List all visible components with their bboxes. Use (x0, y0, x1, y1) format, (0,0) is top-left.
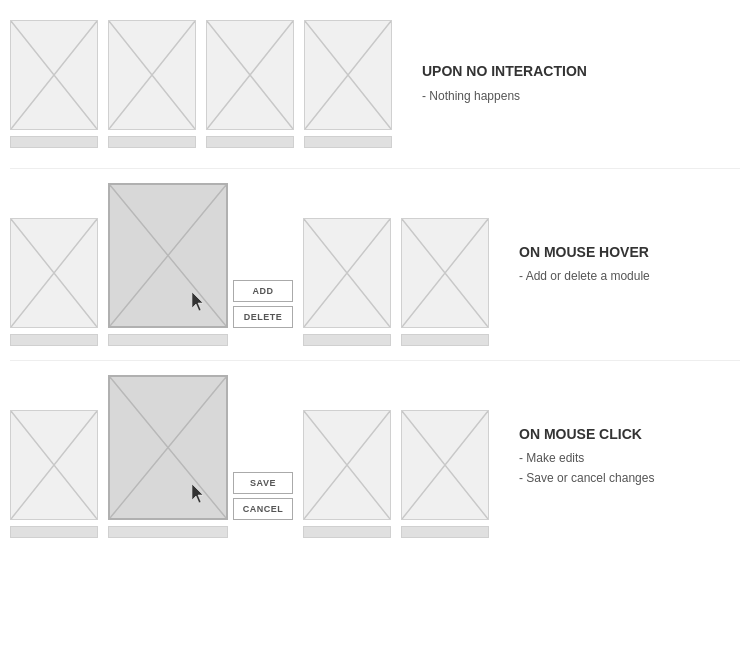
module-3 (303, 410, 391, 538)
module-4 (304, 20, 392, 148)
module-4 (401, 218, 489, 346)
module-card (401, 410, 489, 520)
modules-no-interaction (10, 20, 392, 148)
hover-action-buttons: ADD DELETE (233, 280, 293, 346)
module-card (108, 20, 196, 130)
section-mouse-hover: ADD DELETE ON MOUSE HOVER - Add or delet… (0, 169, 750, 360)
click-action-buttons: SAVE CANCEL (233, 472, 293, 538)
highlighted-module-click: SAVE CANCEL (108, 375, 293, 538)
module-card (10, 410, 98, 520)
module-bar (303, 526, 391, 538)
module-bar (401, 526, 489, 538)
highlighted-module-with-buttons: SAVE CANCEL (108, 375, 293, 538)
svg-marker-12 (192, 292, 203, 311)
module-card (10, 20, 98, 130)
module-bar-highlighted (108, 334, 228, 346)
module-bar (401, 334, 489, 346)
module-card (304, 20, 392, 130)
module-card (10, 218, 98, 328)
module-bar (10, 526, 98, 538)
module-card (303, 410, 391, 520)
module-3 (303, 218, 391, 346)
highlighted-card-wrapper (108, 375, 228, 538)
description-no-interaction: UPON NO INTERACTION - Nothing happens (422, 62, 740, 105)
modules-hover: ADD DELETE (10, 183, 489, 346)
section-mouse-click: SAVE CANCEL ON MOUSE CLICK - Make edits … (0, 361, 750, 552)
module-bar (10, 136, 98, 148)
description-mouse-hover: ON MOUSE HOVER - Add or delete a module (519, 243, 740, 286)
desc-item-2: - Save or cancel changes (519, 469, 740, 488)
module-card-highlighted (108, 375, 228, 520)
section-title: ON MOUSE CLICK (519, 425, 740, 443)
desc-item-1: - Nothing happens (422, 87, 740, 106)
module-bar (304, 136, 392, 148)
module-1 (10, 410, 98, 538)
module-bar-highlighted (108, 526, 228, 538)
highlighted-module-with-buttons: ADD DELETE (108, 183, 293, 346)
module-bar (108, 136, 196, 148)
save-button[interactable]: SAVE (233, 472, 293, 494)
cursor-icon (192, 292, 208, 316)
module-bar (206, 136, 294, 148)
section-no-interaction: UPON NO INTERACTION - Nothing happens (0, 0, 750, 168)
module-2 (108, 20, 196, 148)
module-1 (10, 218, 98, 346)
highlighted-module-hover: ADD DELETE (108, 183, 293, 346)
desc-item-1: - Make edits (519, 449, 740, 468)
highlighted-card-wrapper (108, 183, 228, 346)
module-3 (206, 20, 294, 148)
description-mouse-click: ON MOUSE CLICK - Make edits - Save or ca… (519, 425, 740, 488)
cursor-icon (192, 484, 208, 508)
module-bar (10, 334, 98, 346)
svg-marker-21 (192, 484, 203, 503)
module-card (303, 218, 391, 328)
delete-button[interactable]: DELETE (233, 306, 293, 328)
desc-item-1: - Add or delete a module (519, 267, 740, 286)
section-title: ON MOUSE HOVER (519, 243, 740, 261)
add-button[interactable]: ADD (233, 280, 293, 302)
module-1 (10, 20, 98, 148)
module-bar (303, 334, 391, 346)
module-card-highlighted (108, 183, 228, 328)
modules-click: SAVE CANCEL (10, 375, 489, 538)
cancel-button[interactable]: CANCEL (233, 498, 293, 520)
module-card (401, 218, 489, 328)
module-card (206, 20, 294, 130)
module-4 (401, 410, 489, 538)
section-title: UPON NO INTERACTION (422, 62, 740, 80)
